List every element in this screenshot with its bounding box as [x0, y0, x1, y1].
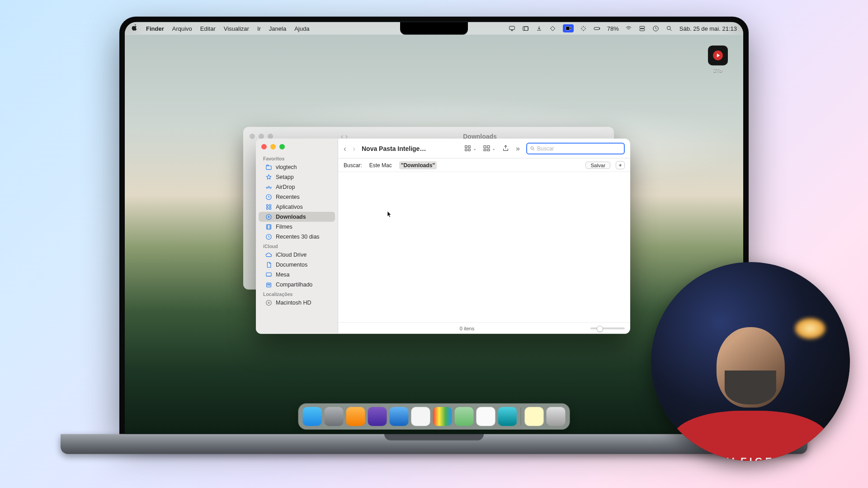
drive-badge-icon: [708, 46, 728, 66]
webcam-overlay: [651, 262, 850, 461]
sidebar-item-macintosh-hd[interactable]: Macintosh HD: [259, 298, 335, 308]
sidebar-item-downloads[interactable]: Downloads: [259, 212, 335, 222]
clock-icon[interactable]: [652, 25, 660, 32]
menu-janela[interactable]: Janela: [269, 25, 286, 32]
nav-back-button[interactable]: ‹: [344, 144, 346, 152]
svg-rect-5: [599, 28, 600, 29]
sidebar-item-vlogtech[interactable]: vlogtech: [259, 162, 335, 172]
presenter: [673, 318, 828, 461]
finder-status-bar: 0 itens: [338, 322, 630, 334]
dock-app-preview[interactable]: [498, 407, 517, 426]
sidebar-item-documentos[interactable]: Documentos: [259, 260, 335, 270]
battery-menu-icon[interactable]: [594, 25, 601, 32]
airdrop-icon: [265, 183, 272, 191]
screen-record-icon[interactable]: [563, 24, 574, 33]
svg-rect-17: [269, 207, 271, 209]
sidebar-item-compartilhado[interactable]: Compartilhado: [259, 280, 335, 290]
dock-app-trash[interactable]: [547, 407, 566, 426]
sidebar-item-recentes[interactable]: Recentes: [259, 192, 335, 202]
traffic-lights: [256, 143, 338, 154]
screen: Finder Arquivo Editar Visualizar Ir Jane…: [125, 22, 743, 434]
share-icon: [265, 281, 272, 288]
dock-app-settings[interactable]: [325, 407, 344, 426]
control-center-icon[interactable]: [639, 25, 646, 32]
sidebar-item-airdrop[interactable]: AirDrop: [259, 182, 335, 192]
add-rule-button[interactable]: +: [616, 161, 625, 169]
svg-rect-15: [269, 205, 271, 206]
menu-visualizar[interactable]: Visualizar: [224, 25, 249, 32]
cloud-icon: [265, 251, 272, 258]
sidebar-item-icloud-drive[interactable]: iCloud Drive: [259, 250, 335, 260]
menu-arquivo[interactable]: Arquivo: [172, 25, 192, 32]
sidebar-item-mesa[interactable]: Mesa: [259, 270, 335, 280]
sidebar-item-label: AirDrop: [276, 184, 295, 190]
more-button[interactable]: »: [516, 144, 520, 152]
download-status-icon[interactable]: [536, 25, 543, 32]
dock-app-finder[interactable]: [303, 407, 322, 426]
doc-icon: [265, 261, 272, 268]
view-icons-button[interactable]: ⌄: [464, 145, 476, 152]
icon-size-slider[interactable]: [590, 327, 625, 329]
scope-downloads[interactable]: "Downloads": [399, 161, 437, 169]
dock-app-photos[interactable]: [476, 407, 495, 426]
svg-rect-16: [266, 207, 268, 209]
search-field[interactable]: [526, 142, 625, 154]
desk-icon: [265, 271, 272, 278]
svg-rect-31: [484, 145, 486, 148]
stage-manager-icon[interactable]: [522, 25, 529, 32]
menu-ir[interactable]: Ir: [257, 25, 261, 32]
menubar-datetime[interactable]: Sáb. 25 de mai. 21:13: [679, 25, 737, 32]
search-input[interactable]: [537, 145, 621, 151]
display-notch: [400, 22, 468, 35]
cursor-icon: [387, 211, 392, 218]
svg-rect-6: [640, 26, 645, 28]
clock-icon: [265, 233, 272, 240]
sidebar-item-aplicativos[interactable]: Aplicativos: [259, 202, 335, 212]
minimize-button[interactable]: [270, 144, 276, 150]
svg-rect-28: [468, 145, 470, 147]
share-button[interactable]: [502, 145, 509, 152]
battery-percentage: 78%: [607, 25, 619, 32]
sidebar-item-label: Downloads: [276, 214, 306, 220]
menu-ajuda[interactable]: Ajuda: [294, 25, 309, 32]
sidebar-item-label: iCloud Drive: [276, 252, 307, 258]
dock-app-arc[interactable]: [368, 407, 387, 426]
film-icon: [265, 223, 272, 230]
menubar-app-name[interactable]: Finder: [146, 25, 164, 32]
search-icon: [530, 145, 535, 151]
finder-main: ‹ › Nova Pasta Intelige… ⌄ ⌄ »: [338, 139, 630, 334]
zoom-button[interactable]: [279, 144, 285, 150]
dock-app-safari[interactable]: [390, 407, 409, 426]
save-search-button[interactable]: Salvar: [585, 161, 610, 169]
menu-extra-icon[interactable]: [580, 25, 587, 32]
svg-point-12: [268, 186, 269, 188]
nav-forward-button[interactable]: ›: [353, 144, 355, 152]
sidebar-item-label: Filmes: [276, 224, 292, 230]
airplay-icon[interactable]: [509, 25, 516, 32]
dock-app-notion[interactable]: [411, 407, 430, 426]
dock-app-notes[interactable]: [525, 407, 544, 426]
scope-este-mac[interactable]: Este Mac: [368, 161, 394, 169]
apple-menu-icon[interactable]: [131, 24, 138, 33]
finder-sidebar: Favoritos vlogtechSetappAirDropRecentesA…: [256, 139, 338, 334]
sidebar-item-setapp[interactable]: Setapp: [259, 172, 335, 182]
sidebar-item-recentes-30-dias[interactable]: Recentes 30 dias: [259, 232, 335, 242]
dock-app-colors[interactable]: [433, 407, 452, 426]
sidebar-item-label: Aplicativos: [276, 204, 303, 210]
close-button[interactable]: [261, 144, 267, 150]
group-button[interactable]: ⌄: [483, 145, 495, 152]
svg-rect-2: [524, 26, 528, 30]
svg-rect-1: [523, 26, 528, 30]
menu-editar[interactable]: Editar: [200, 25, 216, 32]
raycast-icon[interactable]: [549, 25, 557, 32]
sidebar-item-label: vlogtech: [276, 164, 297, 170]
spotlight-icon[interactable]: [666, 25, 673, 32]
dock-app-appstore[interactable]: [346, 407, 365, 426]
svg-rect-29: [465, 149, 467, 151]
finder-content-empty[interactable]: [338, 172, 630, 322]
desktop-drive-icon[interactable]: 2Tb: [708, 46, 728, 73]
sidebar-item-filmes[interactable]: Filmes: [259, 222, 335, 232]
wifi-icon[interactable]: [625, 25, 632, 32]
sidebar-item-label: Compartilhado: [276, 282, 312, 288]
dock-app-maps[interactable]: [455, 407, 474, 426]
